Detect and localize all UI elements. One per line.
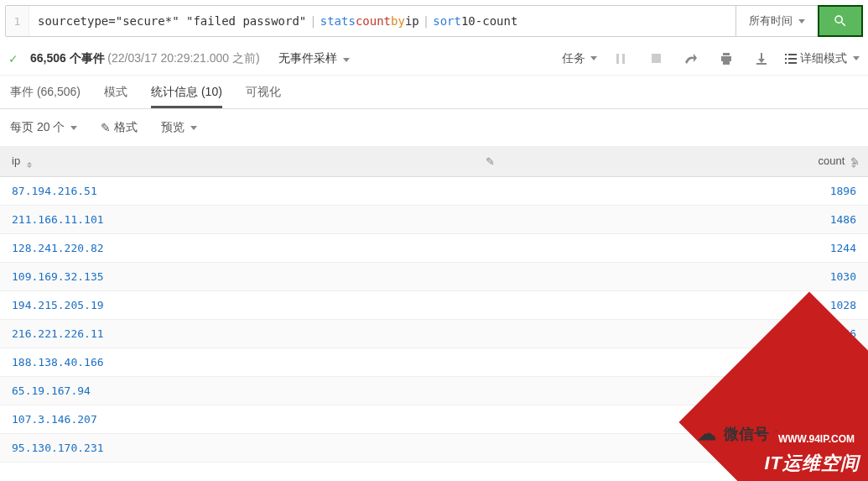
count-cell[interactable]: 1244 (503, 234, 868, 263)
check-icon: ✓ (8, 52, 18, 65)
count-cell[interactable]: 1028 (503, 291, 868, 320)
search-icon (833, 13, 848, 29)
count-cell[interactable] (503, 405, 868, 434)
results-toolbar: 每页 20 个 ✎ 格式 预览 (0, 109, 868, 146)
ip-cell[interactable]: 211.166.11.101 (0, 206, 503, 234)
query-token-pipe: | (419, 14, 433, 28)
query-token-stats: stats (320, 14, 356, 28)
list-icon (785, 54, 797, 64)
ip-cell[interactable]: 95.130.170.231 (0, 434, 503, 463)
search-input[interactable]: sourcetype="secure*" "failed password" |… (29, 6, 735, 36)
ip-cell[interactable]: 128.241.220.82 (0, 234, 503, 263)
ip-cell[interactable]: 216.221.226.11 (0, 320, 503, 348)
stop-button (644, 47, 668, 71)
table-row: 107.3.146.207 (0, 405, 868, 434)
ip-cell[interactable]: 194.215.205.19 (0, 291, 503, 320)
column-header-ip[interactable]: ip ✎ (0, 146, 503, 177)
job-dropdown[interactable]: 任务 (562, 51, 597, 66)
results-table: ip ✎ count ✎ 87.194.216.511896211.166.11… (0, 146, 868, 463)
download-icon (756, 53, 767, 65)
chevron-down-icon (70, 126, 77, 130)
count-cell[interactable]: 1896 (503, 177, 868, 206)
table-row: 95.130.170.231 (0, 434, 868, 463)
query-token-sortfield: -count (476, 14, 518, 28)
sampling-dropdown[interactable]: 无事件采样 (278, 51, 350, 66)
event-summary: 66,506 个事件 (22/03/17 20:29:21.000 之前) (30, 51, 260, 66)
tab-patterns[interactable]: 模式 (104, 76, 127, 108)
preview-dropdown[interactable]: 预览 (161, 120, 197, 135)
chevron-down-icon (590, 56, 597, 60)
print-icon (720, 53, 732, 65)
per-page-dropdown[interactable]: 每页 20 个 (10, 120, 77, 135)
event-time-range: (22/03/17 20:29:21.000 之前) (107, 51, 259, 65)
table-row: 211.166.11.1011486 (0, 206, 868, 234)
svg-rect-0 (616, 54, 619, 64)
query-token-field: sourcetype="secure*" "failed password" (38, 14, 306, 28)
format-button[interactable]: ✎ 格式 (101, 120, 138, 135)
table-row: 194.215.205.191028 (0, 291, 868, 320)
ip-cell[interactable]: 107.3.146.207 (0, 405, 503, 434)
chevron-down-icon (798, 19, 805, 24)
tab-statistics[interactable]: 统计信息 (10) (151, 76, 222, 108)
query-token-count: count (356, 14, 391, 28)
pause-button (609, 47, 632, 71)
print-button[interactable] (715, 47, 738, 71)
query-token-ip: ip (405, 14, 419, 28)
query-token-by: by (391, 14, 405, 28)
ip-cell[interactable]: 65.19.167.94 (0, 377, 503, 405)
count-cell[interactable] (503, 377, 868, 405)
search-button[interactable] (818, 5, 863, 37)
tab-visualization[interactable]: 可视化 (246, 76, 281, 108)
ip-cell[interactable]: 109.169.32.135 (0, 263, 503, 291)
table-row: 216.221.226.11866 (0, 320, 868, 348)
chevron-down-icon (343, 58, 350, 62)
stop-icon (652, 54, 661, 63)
chevron-down-icon (190, 126, 197, 130)
job-status-bar: ✓ 66,506 个事件 (22/03/17 20:29:21.000 之前) … (0, 42, 868, 76)
export-button[interactable] (750, 47, 773, 71)
search-mode-dropdown[interactable]: 详细模式 (785, 51, 860, 66)
chevron-down-icon (853, 56, 860, 60)
table-header-row: ip ✎ count ✎ (0, 146, 868, 177)
pause-icon (616, 54, 626, 64)
ip-cell[interactable]: 188.138.40.166 (0, 348, 503, 377)
sort-icon (27, 162, 32, 168)
pencil-icon[interactable]: ✎ (850, 155, 860, 168)
share-icon (685, 54, 697, 64)
query-token-pipe: | (306, 14, 320, 28)
svg-rect-2 (652, 54, 661, 63)
share-button[interactable] (679, 47, 703, 71)
table-row: 87.194.216.511896 (0, 177, 868, 206)
svg-rect-1 (622, 54, 625, 64)
event-count: 66,506 个事件 (30, 51, 105, 65)
search-line-number: 1 (6, 6, 29, 36)
result-tabs: 事件 (66,506) 模式 统计信息 (10) 可视化 (0, 76, 868, 109)
time-range-picker[interactable]: 所有时间 (735, 6, 818, 36)
table-row: 65.19.167.94 (0, 377, 868, 405)
pencil-icon: ✎ (101, 121, 111, 134)
count-cell[interactable] (503, 434, 868, 463)
query-token-limit: 10 (461, 14, 476, 28)
count-cell[interactable]: 1486 (503, 206, 868, 234)
table-row: 188.138.40.166594 (0, 348, 868, 377)
pencil-icon[interactable]: ✎ (486, 155, 495, 168)
search-bar: 1 sourcetype="secure*" "failed password"… (5, 5, 863, 37)
column-header-count[interactable]: count ✎ (503, 146, 868, 177)
time-range-label: 所有时间 (749, 13, 793, 29)
query-token-sort: sort (433, 14, 461, 28)
count-cell[interactable]: 866 (503, 320, 868, 348)
tab-events[interactable]: 事件 (66,506) (10, 76, 81, 108)
ip-cell[interactable]: 87.194.216.51 (0, 177, 503, 206)
count-cell[interactable]: 1030 (503, 263, 868, 291)
table-row: 109.169.32.1351030 (0, 263, 868, 291)
table-row: 128.241.220.821244 (0, 234, 868, 263)
count-cell[interactable]: 594 (503, 348, 868, 377)
